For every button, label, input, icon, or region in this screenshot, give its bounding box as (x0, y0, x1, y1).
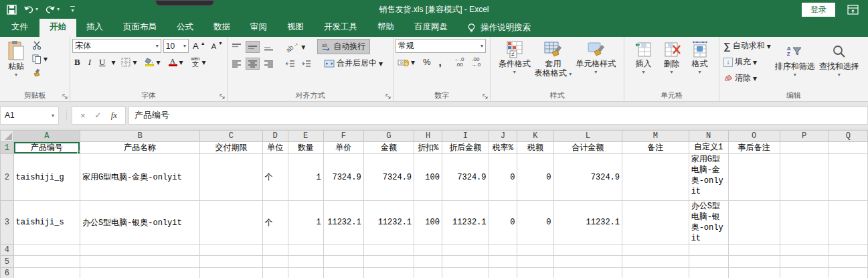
cell-D3[interactable]: 个 (262, 201, 288, 245)
tab-page-layout[interactable]: 页面布局 (113, 17, 167, 37)
undo-button[interactable]: ▾ (23, 5, 38, 14)
col-header-L[interactable]: L (553, 131, 622, 142)
font-size-select[interactable]: 10▾ (163, 39, 189, 53)
col-header-O[interactable]: O (728, 131, 780, 142)
cell-E6[interactable] (288, 268, 323, 278)
cell-F2[interactable]: 7324.9 (323, 154, 363, 201)
cell-H1[interactable]: 折扣% (414, 142, 442, 154)
col-header-D[interactable]: D (262, 131, 288, 142)
fill-color-button[interactable]: ▾ (143, 57, 162, 68)
cell-Q5[interactable] (829, 256, 867, 268)
col-header-F[interactable]: F (323, 131, 363, 142)
cell-I6[interactable] (442, 268, 489, 278)
delete-cells-button[interactable]: 删除 ▾ (658, 39, 686, 76)
tab-insert[interactable]: 插入 (76, 17, 113, 37)
copy-button[interactable]: ▾ (30, 54, 50, 64)
cell-K6[interactable] (517, 268, 553, 278)
cell-J5[interactable] (489, 256, 517, 268)
cell-N6[interactable] (689, 268, 728, 278)
top-align-button[interactable] (230, 41, 244, 53)
increase-font-size-button[interactable]: A▲ (191, 40, 207, 52)
customize-qat-button[interactable]: ▾ (70, 6, 75, 13)
merge-center-button[interactable]: 合并后居中▾ (322, 57, 385, 70)
align-center-button[interactable] (246, 58, 260, 70)
cell-J3[interactable]: 0 (489, 201, 517, 245)
col-header-N[interactable]: N (689, 131, 728, 142)
cell-O1[interactable]: 事后备注 (728, 142, 780, 154)
redo-dropdown[interactable]: ▾ (57, 7, 60, 12)
cut-button[interactable] (30, 40, 50, 50)
cell-I2[interactable]: 7324.9 (442, 154, 489, 201)
cell-P4[interactable] (780, 245, 829, 256)
cell-C1[interactable]: 交付期限 (200, 142, 263, 154)
cell-H2[interactable]: 100 (414, 154, 442, 201)
wrap-text-button[interactable]: ab 自动换行 (317, 39, 370, 54)
col-header-Q[interactable]: Q (829, 131, 867, 142)
undo-dropdown[interactable]: ▾ (35, 7, 38, 12)
cell-Q6[interactable] (829, 268, 867, 278)
tab-developer[interactable]: 开发工具 (314, 17, 367, 37)
cell-B6[interactable] (80, 268, 199, 278)
cell-F3[interactable]: 11232.1 (323, 201, 363, 245)
cell-L2[interactable]: 7324.9 (553, 154, 622, 201)
cell-D6[interactable] (262, 268, 288, 278)
align-left-button[interactable] (230, 58, 244, 70)
format-as-table-button[interactable]: 套用表格格式 ▾ (533, 39, 574, 80)
underline-button[interactable]: U (97, 56, 107, 68)
cell-P3[interactable] (780, 201, 829, 245)
middle-align-button[interactable] (246, 41, 260, 53)
cell-M5[interactable] (622, 256, 689, 268)
row-header-5[interactable]: 5 (1, 256, 14, 268)
formula-input[interactable]: 产品编号 (128, 107, 868, 125)
name-box-dropdown[interactable]: ▾ (52, 113, 54, 119)
cell-J1[interactable]: 税率% (489, 142, 517, 154)
row-header-2[interactable]: 2 (1, 154, 14, 201)
font-name-select[interactable]: 宋体▾ (72, 39, 161, 53)
cell-styles-button[interactable]: 单元格样式 ▾ (574, 39, 618, 76)
find-select-button[interactable]: 查找和选择 ▾ (817, 40, 861, 79)
cell-M1[interactable]: 备注 (622, 142, 689, 154)
cell-P5[interactable] (780, 256, 829, 268)
cell-F4[interactable] (323, 245, 363, 256)
cell-I3[interactable]: 11232.1 (442, 201, 489, 245)
cell-D5[interactable] (262, 256, 288, 268)
cell-G6[interactable] (363, 268, 414, 278)
paste-button[interactable]: 粘贴 ▾ (2, 39, 30, 79)
cell-P2[interactable] (780, 154, 829, 201)
cell-M3[interactable] (622, 201, 689, 245)
cell-L3[interactable]: 11232.1 (553, 201, 622, 245)
cell-O2[interactable] (728, 154, 780, 201)
cell-J6[interactable] (489, 268, 517, 278)
cell-D2[interactable]: 个 (262, 154, 288, 201)
cell-O4[interactable] (728, 245, 780, 256)
col-header-J[interactable]: J (489, 131, 517, 142)
cell-N3[interactable]: 办公S型电脑-银奥-onlyit (689, 201, 728, 245)
tab-review[interactable]: 审阅 (240, 17, 277, 37)
cell-H4[interactable] (414, 245, 442, 256)
increase-decimal-button[interactable]: ←.0.00 (453, 56, 466, 68)
formula-bar-resizer[interactable] (65, 111, 68, 120)
cell-G3[interactable]: 11232.1 (363, 201, 414, 245)
col-header-A[interactable]: A (13, 131, 80, 142)
comma-style-button[interactable]: , (437, 56, 444, 68)
cell-A4[interactable] (13, 245, 80, 256)
bold-button[interactable]: B (72, 56, 82, 68)
cell-G5[interactable] (363, 256, 414, 268)
cell-E4[interactable] (288, 245, 323, 256)
cell-B4[interactable] (80, 245, 199, 256)
increase-indent-button[interactable] (299, 58, 313, 70)
cell-L1[interactable]: 合计金额 (553, 142, 622, 154)
redo-button[interactable]: ▾ (45, 5, 60, 14)
number-format-select[interactable]: 常规▾ (396, 39, 486, 53)
cell-C3[interactable] (200, 201, 263, 245)
italic-button[interactable]: I (86, 56, 93, 68)
enter-button[interactable]: ✓ (95, 111, 102, 120)
cell-M2[interactable] (622, 154, 689, 201)
cell-I5[interactable] (442, 256, 489, 268)
cell-K5[interactable] (517, 256, 553, 268)
cancel-button[interactable]: × (80, 111, 86, 121)
align-right-button[interactable] (262, 58, 276, 70)
cell-O6[interactable] (728, 268, 780, 278)
conditional-formatting-button[interactable]: ≠ 条件格式 ▾ (497, 39, 533, 76)
fill-button[interactable]: ↓填充▾ (721, 56, 773, 68)
